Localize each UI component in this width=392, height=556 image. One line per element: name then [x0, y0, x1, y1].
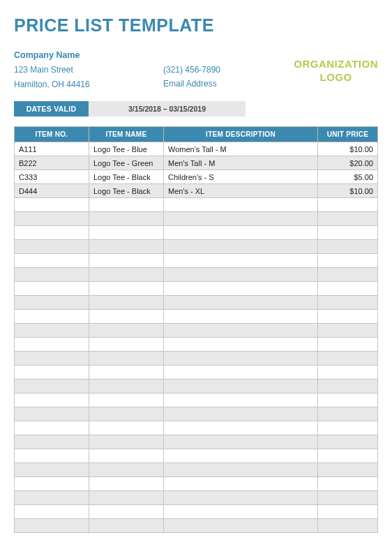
empty-cell[interactable] — [318, 212, 378, 226]
empty-cell[interactable] — [89, 296, 164, 310]
empty-cell[interactable] — [164, 407, 318, 421]
empty-cell[interactable] — [164, 352, 318, 366]
empty-cell[interactable] — [164, 449, 318, 463]
empty-cell[interactable] — [164, 338, 318, 352]
empty-cell[interactable] — [164, 240, 318, 254]
empty-cell[interactable] — [15, 310, 89, 324]
empty-cell[interactable] — [164, 212, 318, 226]
cell-item-no[interactable]: A111 — [15, 142, 89, 156]
empty-cell[interactable] — [318, 505, 378, 519]
cell-unit-price[interactable]: $20.00 — [318, 156, 378, 170]
empty-cell[interactable] — [89, 449, 164, 463]
empty-cell[interactable] — [15, 268, 89, 282]
empty-cell[interactable] — [164, 435, 318, 449]
empty-cell[interactable] — [164, 393, 318, 407]
empty-cell[interactable] — [318, 366, 378, 380]
empty-cell[interactable] — [89, 240, 164, 254]
empty-cell[interactable] — [318, 519, 378, 533]
empty-cell[interactable] — [318, 352, 378, 366]
empty-cell[interactable] — [15, 505, 89, 519]
empty-cell[interactable] — [164, 226, 318, 240]
empty-cell[interactable] — [15, 421, 89, 435]
empty-cell[interactable] — [89, 491, 164, 505]
cell-item-desc[interactable]: Women's Tall - M — [164, 142, 318, 156]
empty-cell[interactable] — [15, 352, 89, 366]
empty-cell[interactable] — [89, 393, 164, 407]
empty-cell[interactable] — [164, 268, 318, 282]
empty-cell[interactable] — [164, 254, 318, 268]
empty-cell[interactable] — [318, 421, 378, 435]
empty-cell[interactable] — [15, 198, 89, 212]
cell-unit-price[interactable]: $5.00 — [318, 170, 378, 184]
cell-item-desc[interactable]: Men's - XL — [164, 184, 318, 198]
empty-cell[interactable] — [15, 477, 89, 491]
empty-cell[interactable] — [164, 366, 318, 380]
empty-cell[interactable] — [89, 254, 164, 268]
empty-cell[interactable] — [318, 268, 378, 282]
empty-cell[interactable] — [15, 254, 89, 268]
empty-cell[interactable] — [318, 380, 378, 393]
empty-cell[interactable] — [318, 449, 378, 463]
empty-cell[interactable] — [89, 268, 164, 282]
empty-cell[interactable] — [164, 505, 318, 519]
empty-cell[interactable] — [164, 282, 318, 296]
empty-cell[interactable] — [164, 380, 318, 393]
empty-cell[interactable] — [318, 393, 378, 407]
cell-item-name[interactable]: Logo Tee - Blue — [89, 142, 164, 156]
empty-cell[interactable] — [164, 198, 318, 212]
empty-cell[interactable] — [15, 212, 89, 226]
empty-cell[interactable] — [15, 435, 89, 449]
empty-cell[interactable] — [318, 282, 378, 296]
empty-cell[interactable] — [15, 449, 89, 463]
empty-cell[interactable] — [89, 212, 164, 226]
empty-cell[interactable] — [318, 254, 378, 268]
cell-item-no[interactable]: B222 — [15, 156, 89, 170]
empty-cell[interactable] — [318, 324, 378, 338]
empty-cell[interactable] — [89, 463, 164, 477]
empty-cell[interactable] — [89, 282, 164, 296]
empty-cell[interactable] — [15, 393, 89, 407]
empty-cell[interactable] — [318, 310, 378, 324]
empty-cell[interactable] — [318, 338, 378, 352]
empty-cell[interactable] — [15, 366, 89, 380]
empty-cell[interactable] — [318, 198, 378, 212]
empty-cell[interactable] — [318, 435, 378, 449]
empty-cell[interactable] — [318, 463, 378, 477]
empty-cell[interactable] — [89, 198, 164, 212]
empty-cell[interactable] — [15, 463, 89, 477]
empty-cell[interactable] — [164, 296, 318, 310]
cell-item-desc[interactable]: Men's Tall - M — [164, 156, 318, 170]
empty-cell[interactable] — [164, 463, 318, 477]
cell-item-name[interactable]: Logo Tee - Black — [89, 170, 164, 184]
empty-cell[interactable] — [89, 352, 164, 366]
empty-cell[interactable] — [15, 380, 89, 393]
empty-cell[interactable] — [164, 519, 318, 533]
empty-cell[interactable] — [318, 477, 378, 491]
empty-cell[interactable] — [89, 477, 164, 491]
cell-item-no[interactable]: D444 — [15, 184, 89, 198]
empty-cell[interactable] — [15, 519, 89, 533]
empty-cell[interactable] — [15, 282, 89, 296]
empty-cell[interactable] — [15, 226, 89, 240]
empty-cell[interactable] — [89, 324, 164, 338]
empty-cell[interactable] — [89, 338, 164, 352]
empty-cell[interactable] — [89, 310, 164, 324]
cell-item-desc[interactable]: Children's - S — [164, 170, 318, 184]
empty-cell[interactable] — [89, 226, 164, 240]
empty-cell[interactable] — [15, 338, 89, 352]
empty-cell[interactable] — [15, 296, 89, 310]
cell-unit-price[interactable]: $10.00 — [318, 142, 378, 156]
empty-cell[interactable] — [318, 296, 378, 310]
empty-cell[interactable] — [164, 324, 318, 338]
empty-cell[interactable] — [89, 407, 164, 421]
empty-cell[interactable] — [164, 477, 318, 491]
cell-unit-price[interactable]: $10.00 — [318, 184, 378, 198]
empty-cell[interactable] — [89, 421, 164, 435]
empty-cell[interactable] — [164, 310, 318, 324]
empty-cell[interactable] — [318, 491, 378, 505]
empty-cell[interactable] — [15, 407, 89, 421]
cell-item-name[interactable]: Logo Tee - Green — [89, 156, 164, 170]
cell-item-name[interactable]: Logo Tee - Black — [89, 184, 164, 198]
empty-cell[interactable] — [89, 435, 164, 449]
empty-cell[interactable] — [89, 366, 164, 380]
